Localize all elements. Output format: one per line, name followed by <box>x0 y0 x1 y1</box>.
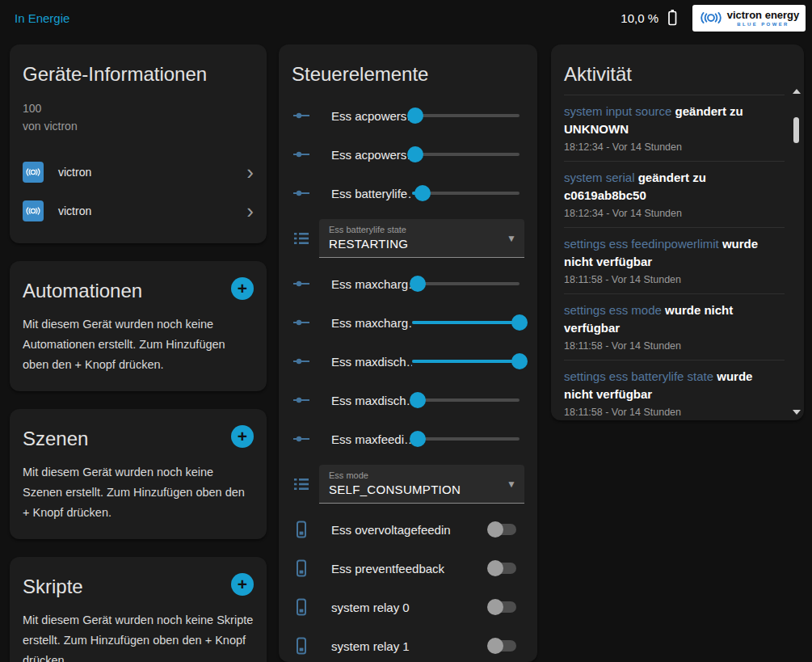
control-label: Ess maxfeedi… <box>331 432 412 446</box>
scrollbar-thumb[interactable] <box>793 117 799 143</box>
slider-thumb[interactable] <box>407 146 423 162</box>
control-row-slider: Ess maxdisch… <box>292 342 524 381</box>
toggle-switch[interactable] <box>489 524 516 535</box>
slider-track <box>412 153 520 156</box>
device-model: 100 <box>23 99 254 117</box>
control-row-slider: Ess maxcharg… <box>292 303 524 342</box>
entity-link[interactable]: settings ess batterylife state <box>564 369 713 383</box>
add-scene-button[interactable]: + <box>231 425 254 448</box>
automations-title: Automationen <box>23 279 142 303</box>
plus-icon: + <box>238 280 247 297</box>
toggle-knob <box>487 521 503 538</box>
slider-track <box>412 398 520 402</box>
control-label: Ess acpowers… <box>331 109 412 123</box>
entity-link[interactable]: settings ess feedinpowerlimit <box>564 237 719 251</box>
slider-thumb[interactable] <box>410 431 426 447</box>
victron-brand: victron energy <box>727 10 800 20</box>
toggle-switch[interactable] <box>489 601 516 613</box>
activity-scrollbar[interactable] <box>792 89 801 415</box>
victron-device-icon <box>23 200 44 221</box>
select-label: Ess mode <box>329 470 502 480</box>
victron-swirl-icon <box>699 10 723 26</box>
entity-link[interactable]: settings ess mode <box>564 303 662 317</box>
control-row-toggle: Ess preventfeedback <box>292 549 524 588</box>
logbook-timestamp: 18:12:34 - Vor 14 Stunden <box>564 141 785 153</box>
toggle-knob <box>487 560 503 576</box>
control-row-slider: Ess acpowers… <box>292 96 524 135</box>
slider-thumb[interactable] <box>511 314 528 331</box>
plus-icon: + <box>238 428 247 445</box>
slider-control[interactable] <box>412 430 520 448</box>
logbook-entry: settings ess feedinpowerlimit wurde nich… <box>564 228 785 294</box>
logbook-entry-text: system input source geändert zu UNKNOWN <box>564 103 785 138</box>
slider-icon <box>292 145 311 164</box>
slider-fill <box>412 360 520 363</box>
select-control[interactable]: Ess modeSELF_CONSUMPTION▼ <box>319 465 524 504</box>
slider-thumb[interactable] <box>410 276 426 292</box>
slider-fill <box>412 321 520 324</box>
slider-thumb[interactable] <box>407 108 423 124</box>
slider-control[interactable] <box>412 314 520 331</box>
control-label: Ess preventfeedback <box>331 562 489 576</box>
logbook-entry: settings ess mode wurde nicht verfügbar1… <box>564 294 785 361</box>
slider-track <box>412 282 520 285</box>
control-row-select: Ess batterylife stateRESTARTING▼ <box>292 213 524 264</box>
control-label: Ess maxcharg… <box>331 277 412 291</box>
control-row-slider: Ess maxfeedi… <box>292 420 524 458</box>
slider-track <box>412 114 520 117</box>
control-row-select: Ess modeSELF_CONSUMPTION▼ <box>292 458 524 510</box>
device-list: victron› victron› <box>23 153 254 230</box>
entity-link[interactable]: system serial <box>564 171 635 184</box>
scenes-card: Szenen + Mit diesem Gerät wurden noch ke… <box>10 409 267 539</box>
entity-link[interactable]: system input source <box>564 104 671 118</box>
select-control[interactable]: Ess batterylife stateRESTARTING▼ <box>319 219 524 258</box>
select-value: SELF_CONSUMPTION <box>329 483 502 496</box>
scenes-header: Szenen + <box>23 422 254 451</box>
victron-logo-text: victron energy BLUE POWER <box>727 10 800 27</box>
logbook-entry-text: settings ess batterylife state wurde nic… <box>564 368 785 403</box>
controls-title: Steuerelemente <box>292 62 524 86</box>
logbook-entry-text: settings ess feedinpowerlimit wurde nich… <box>564 235 785 271</box>
slider-icon <box>292 390 311 410</box>
device-list-item[interactable]: victron› <box>23 153 254 192</box>
slider-thumb[interactable] <box>410 392 426 408</box>
device-list-item[interactable]: victron› <box>23 192 254 230</box>
middle-column: Steuerelemente Ess acpowers…Ess acpowers… <box>279 44 537 662</box>
slider-icon <box>292 183 311 203</box>
scripts-header: Skripte + <box>23 570 254 599</box>
battery-percentage: 10,0 % <box>621 11 658 25</box>
slider-icon <box>292 313 311 332</box>
slider-control[interactable] <box>412 145 520 163</box>
automations-card: Automationen + Mit diesem Gerät wurden n… <box>10 261 267 391</box>
header-right: 10,0 % victron energy BLUE POWER <box>621 5 806 32</box>
slider-thumb[interactable] <box>414 185 431 201</box>
slider-control[interactable] <box>412 391 520 409</box>
scrollbar-up-arrow-icon[interactable] <box>793 89 801 94</box>
toggle-switch[interactable] <box>489 563 516 574</box>
add-script-button[interactable]: + <box>231 573 254 596</box>
slider-control[interactable] <box>412 352 520 370</box>
scripts-card: Skripte + Mit diesem Gerät wurden noch k… <box>10 557 267 662</box>
logbook-entry: system input source geändert zu UNKNOWN1… <box>564 95 785 162</box>
breadcrumb[interactable]: In Energie <box>15 11 69 25</box>
dropdown-caret-icon: ▼ <box>507 233 516 244</box>
control-row-slider: Ess batterylife… <box>292 174 524 213</box>
control-label: Ess batterylife… <box>331 187 412 200</box>
control-row-slider: Ess maxcharg… <box>292 264 524 303</box>
slider-control[interactable] <box>412 184 520 202</box>
toggle-switch[interactable] <box>489 640 516 651</box>
controls-card: Steuerelemente Ess acpowers…Ess acpowers… <box>279 44 537 662</box>
scenes-empty-text: Mit diesem Gerät wurden noch keine Szene… <box>23 462 254 523</box>
slider-thumb[interactable] <box>511 353 528 369</box>
toggle-knob <box>487 638 503 654</box>
add-automation-button[interactable]: + <box>231 277 254 300</box>
slider-control[interactable] <box>412 107 520 124</box>
slider-control[interactable] <box>412 275 520 293</box>
activity-card: Aktivität system input source geändert z… <box>551 44 804 420</box>
slider-icon <box>292 429 311 449</box>
device-info-title: Geräte-Informationen <box>23 62 254 86</box>
device-name: victron <box>58 205 246 217</box>
scrollbar-down-arrow-icon[interactable] <box>793 410 801 415</box>
control-label: Ess acpowers… <box>331 148 412 162</box>
control-label: Ess maxdisch… <box>331 355 412 369</box>
